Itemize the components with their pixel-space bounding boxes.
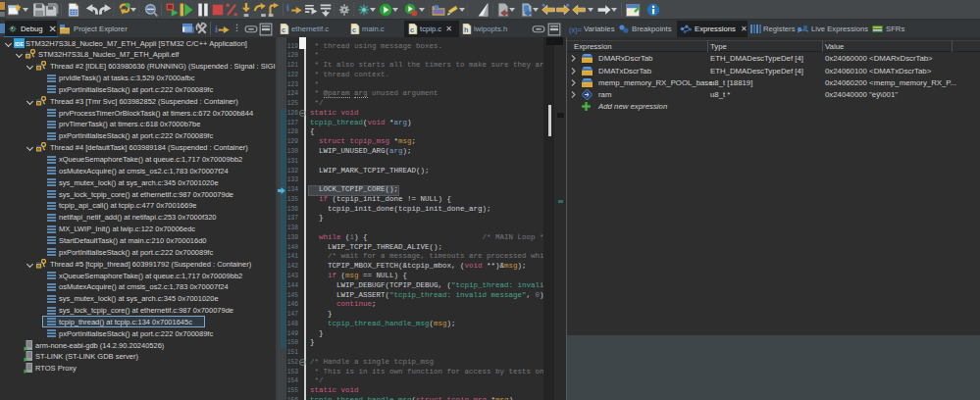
svg-text:IDE: IDE (15, 41, 25, 47)
svg-text:h: h (464, 25, 468, 34)
svg-text:(x)=: (x)= (569, 25, 582, 34)
svg-text:c: c (352, 25, 356, 34)
svg-text:c: c (282, 25, 285, 34)
svg-text:c: c (410, 25, 414, 34)
